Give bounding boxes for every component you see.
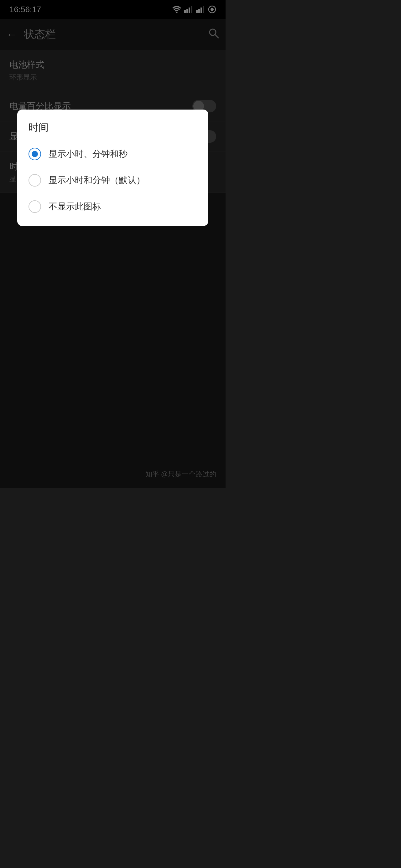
dialog-title: 时间 [17, 121, 208, 141]
time-dialog: 时间 显示小时、分钟和秒 显示小时和分钟（默认） 不显示此图标 [17, 110, 208, 226]
radio-label-1: 显示小时、分钟和秒 [49, 148, 127, 160]
radio-circle-2 [29, 174, 41, 187]
radio-option-3[interactable]: 不显示此图标 [17, 193, 208, 220]
radio-label-3: 不显示此图标 [49, 200, 101, 213]
radio-circle-1 [29, 148, 41, 160]
dialog-overlay[interactable] [0, 0, 226, 488]
radio-label-2: 显示小时和分钟（默认） [49, 174, 145, 186]
radio-option-2[interactable]: 显示小时和分钟（默认） [17, 167, 208, 193]
radio-option-1[interactable]: 显示小时、分钟和秒 [17, 141, 208, 167]
radio-circle-3 [29, 200, 41, 213]
